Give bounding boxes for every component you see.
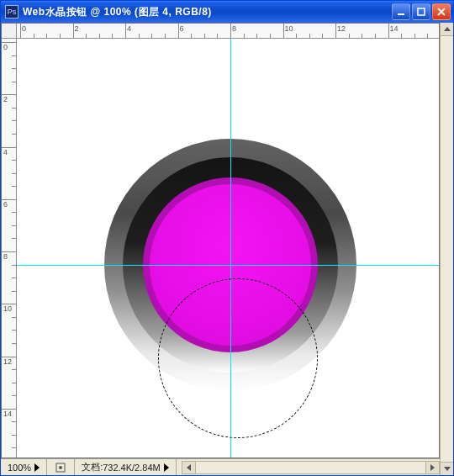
canvas[interactable]: [17, 39, 439, 457]
vertical-scrollbar[interactable]: [440, 23, 453, 475]
ruler-vertical[interactable]: 0246810121416: [2, 39, 17, 457]
doc-size-arrow-icon: [164, 463, 169, 472]
ruler-v-label: 12: [3, 357, 12, 366]
svg-rect-0: [398, 13, 404, 15]
ruler-horizontal[interactable]: 0246810121416: [17, 24, 439, 39]
status-info-icon: [54, 461, 67, 474]
status-bar: 100% 文档: 732.4K/2.84M: [1, 458, 440, 475]
horizontal-guide[interactable]: [17, 265, 439, 266]
ruler-h-label: 2: [75, 24, 79, 33]
hscroll-right-button[interactable]: [425, 462, 439, 473]
ruler-origin-corner[interactable]: [2, 24, 17, 39]
window-title: Web水晶按钮 @ 100% (图层 4, RGB/8): [23, 5, 392, 19]
window-controls: [392, 3, 451, 20]
svg-point-3: [59, 466, 62, 469]
selection-marquee[interactable]: [158, 278, 318, 438]
minimize-button[interactable]: [392, 3, 410, 20]
ruler-h-label: 8: [232, 24, 236, 33]
document-size-value: 732.4K/2.84M: [103, 463, 161, 473]
ruler-h-label: 10: [285, 24, 293, 33]
ruler-h-label: 12: [337, 24, 346, 33]
vscroll-up-button[interactable]: [441, 23, 453, 36]
minimize-icon: [397, 8, 405, 16]
ruler-v-label: 6: [3, 200, 8, 209]
ruler-v-label: 2: [3, 95, 8, 103]
zoom-field[interactable]: 100%: [1, 459, 47, 475]
ruler-h-label: 4: [127, 24, 131, 33]
maximize-button[interactable]: [412, 3, 430, 20]
maximize-icon: [417, 8, 425, 16]
horizontal-scrollbar[interactable]: [182, 461, 440, 474]
arrow-up-icon: [444, 27, 451, 31]
zoom-arrow-icon: [34, 463, 40, 472]
document-size-cell[interactable]: 文档: 732.4K/2.84M: [75, 459, 177, 475]
svg-rect-1: [418, 8, 425, 15]
arrow-right-icon: [430, 464, 435, 471]
ruler-v-label: 4: [3, 148, 8, 156]
ruler-h-label: 6: [180, 24, 184, 33]
vscroll-down-button[interactable]: [441, 462, 453, 475]
document-window: Ps Web水晶按钮 @ 100% (图层 4, RGB/8) 02468101…: [0, 0, 454, 476]
ruler-h-label: 0: [22, 24, 26, 33]
ruler-v-label: 10: [3, 304, 12, 313]
close-button[interactable]: [432, 3, 451, 20]
ruler-v-label: 14: [3, 410, 12, 418]
status-icon-cell[interactable]: [47, 459, 75, 475]
arrow-left-icon: [187, 464, 191, 471]
ruler-v-label: 0: [3, 43, 8, 51]
zoom-value: 100%: [8, 463, 31, 473]
arrow-down-icon: [444, 467, 451, 471]
document-size-label: 文档:: [82, 461, 103, 473]
ruler-v-label: 8: [3, 252, 8, 261]
hscroll-left-button[interactable]: [182, 462, 196, 473]
titlebar[interactable]: Ps Web水晶按钮 @ 100% (图层 4, RGB/8): [1, 1, 453, 23]
app-icon: Ps: [5, 5, 18, 19]
close-icon: [437, 8, 446, 16]
ruler-h-label: 14: [390, 24, 399, 33]
ruler-area: 0246810121416 0246810121416: [1, 23, 440, 458]
